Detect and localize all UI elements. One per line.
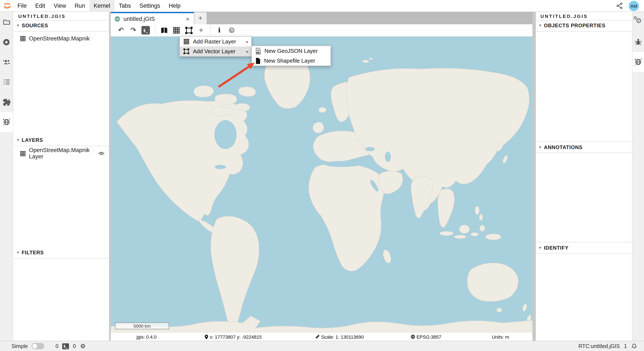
notification-count[interactable]: 1 [624, 343, 627, 349]
left-panel: UNTITLED.JGIS ▾ SOURCES OpenStreetMap.Ma… [14, 12, 109, 341]
temporal-controller-button[interactable] [227, 26, 236, 35]
collapse-caret-icon: ▾ [539, 245, 541, 250]
menu-item-new-shapefile-layer[interactable]: New Shapefile Layer [252, 56, 330, 66]
running-kernels-icon[interactable] [0, 32, 13, 52]
kernel-count[interactable]: 0 [73, 343, 76, 349]
property-inspector-icon[interactable]: ⚙ ⚙ [632, 12, 644, 32]
undo-icon: ↶ [118, 27, 124, 34]
add-raster-layer-button[interactable] [172, 26, 181, 35]
menu-help[interactable]: Help [164, 0, 185, 12]
tab-title: untitled.jGIS [124, 16, 184, 22]
add-vector-layer-button[interactable] [184, 26, 193, 35]
menu-item-add-raster-layer[interactable]: Add Raster Layer ▸ [180, 37, 251, 46]
redo-icon: ↷ [130, 27, 136, 34]
new-tab-button[interactable]: + [194, 12, 206, 24]
objects-properties-section-header[interactable]: ▾ OBJECTS PROPERTIES [536, 20, 632, 32]
tab-untitled-jgis[interactable]: untitled.jGIS × [111, 12, 194, 24]
right-splitter[interactable] [532, 12, 536, 341]
collapse-caret-icon: ▾ [539, 23, 541, 28]
open-book-icon [160, 26, 168, 34]
debugger-icon[interactable] [632, 32, 644, 52]
collapse-caret-icon: ▾ [17, 250, 19, 254]
new-layer-button[interactable]: + [196, 26, 206, 35]
menu-tabs[interactable]: Tabs [114, 0, 135, 12]
clock-icon [228, 26, 236, 34]
tab-bar: untitled.jGIS × + [111, 12, 532, 24]
submenu-arrow-icon: ▸ [246, 40, 248, 44]
source-item-openstreetmap[interactable]: OpenStreetMap.Mapnik [14, 33, 109, 44]
table-of-contents-icon[interactable] [0, 72, 13, 92]
annotations-section-header[interactable]: ▾ ANNOTATIONS [536, 142, 632, 153]
toolbar-separator [154, 26, 155, 35]
vector-square-icon [185, 26, 193, 34]
objects-properties-label: OBJECTS PROPERTIES [544, 22, 606, 28]
rtc-session-label[interactable]: RTC:untitled.jGIS [578, 343, 620, 349]
jgis-version: jgis: 0.4.0 [136, 333, 156, 341]
map-canvas[interactable]: 5000 km jgis: 0.4.0 x: 17773807 y: -9224… [111, 37, 532, 341]
menu-settings[interactable]: Settings [135, 0, 164, 12]
info-icon: i [218, 27, 220, 34]
left-splitter[interactable] [109, 12, 111, 341]
filters-header-label: FILTERS [22, 250, 44, 256]
map-units: Units: m [492, 333, 509, 341]
source-item-label: OpenStreetMap.Mapnik [29, 35, 90, 42]
map-projection: EPSG:3857 [410, 333, 441, 341]
redo-button[interactable]: ↷ [129, 26, 138, 35]
console-button[interactable]: $_ [141, 26, 150, 35]
map-scale-value: Scale: 1: 130113690 [315, 333, 364, 341]
raster-grid-icon [172, 26, 180, 34]
shapefile-icon [255, 57, 261, 64]
user-avatar[interactable]: AM [629, 1, 639, 11]
layer-item-openstreetmap[interactable]: OpenStreetMap.Mapnik Layer [14, 148, 109, 158]
bell-icon[interactable] [631, 343, 637, 349]
menu-bar: File Edit View Run Kernel Tabs Settings … [0, 0, 644, 12]
undo-button[interactable]: ↶ [116, 26, 126, 35]
location-pin-icon [204, 334, 208, 339]
extension-manager-icon[interactable] [0, 92, 13, 112]
jupytergis-panel-icon[interactable] [0, 112, 13, 132]
menu-view[interactable]: View [50, 0, 70, 12]
menu-run[interactable]: Run [70, 0, 90, 12]
submenu-arrow-icon: ▸ [246, 49, 248, 54]
menu-file[interactable]: File [13, 0, 31, 12]
menu-item-new-geojson-layer[interactable]: New GeoJSON Layer [252, 46, 330, 56]
identify-button[interactable]: i [215, 26, 224, 35]
menu-edit[interactable]: Edit [31, 0, 50, 12]
layers-section-header[interactable]: ▾ LAYERS [14, 134, 109, 146]
tab-close-icon[interactable]: × [184, 15, 191, 22]
terminal-count[interactable]: 0 [55, 343, 58, 349]
raster-grid-icon [20, 150, 26, 156]
raster-grid-icon [20, 35, 26, 42]
layers-header-label: LAYERS [22, 137, 43, 143]
right-panel-title: UNTITLED.JGIS [536, 12, 632, 20]
world-map [111, 37, 532, 341]
filters-section-header[interactable]: ▾ FILTERS [14, 247, 109, 258]
map-status-bar: jgis: 0.4.0 x: 17773807 y: -9224815 Scal… [111, 333, 532, 341]
layer-item-label: OpenStreetMap.Mapnik Layer [29, 147, 92, 160]
left-panel-title: UNTITLED.JGIS [14, 12, 109, 20]
gis-toolbar: ↶ ↷ $_ [111, 24, 532, 37]
map-scale-bar: 5000 km [115, 322, 169, 329]
menu-item-add-vector-layer[interactable]: Add Vector Layer ▸ [180, 46, 251, 56]
basemap-gallery-button[interactable] [159, 26, 169, 35]
globe-icon [410, 334, 415, 339]
simple-mode-toggle[interactable] [32, 343, 44, 349]
menu-kernel[interactable]: Kernel [90, 0, 114, 12]
layer-visibility-eye-icon[interactable] [98, 150, 105, 157]
identify-label: IDENTIFY [544, 245, 568, 251]
left-activity-bar [0, 12, 13, 341]
geojson-file-icon [255, 48, 261, 54]
sources-section-header[interactable]: ▾ SOURCES [14, 20, 109, 32]
add-vector-submenu: New GeoJSON Layer New Shapefile Layer [251, 46, 331, 66]
file-browser-icon[interactable] [0, 12, 13, 32]
right-activity-bar: ⚙ ⚙ [632, 12, 644, 341]
document-area: untitled.jGIS × + ↶ ↷ $_ [111, 12, 532, 341]
jupyter-logo-icon [3, 2, 12, 10]
identify-section-header[interactable]: ▾ IDENTIFY [536, 242, 632, 254]
scale-bar-label: 5000 km [134, 323, 151, 328]
pointer-coordinates: x: 17773807 y: -9224815 [204, 333, 262, 341]
collaboration-users-icon[interactable] [0, 52, 13, 72]
share-icon[interactable] [616, 2, 623, 9]
jupytergis-right-panel-icon[interactable] [632, 52, 644, 72]
terminal-icon: $_ [142, 26, 150, 34]
